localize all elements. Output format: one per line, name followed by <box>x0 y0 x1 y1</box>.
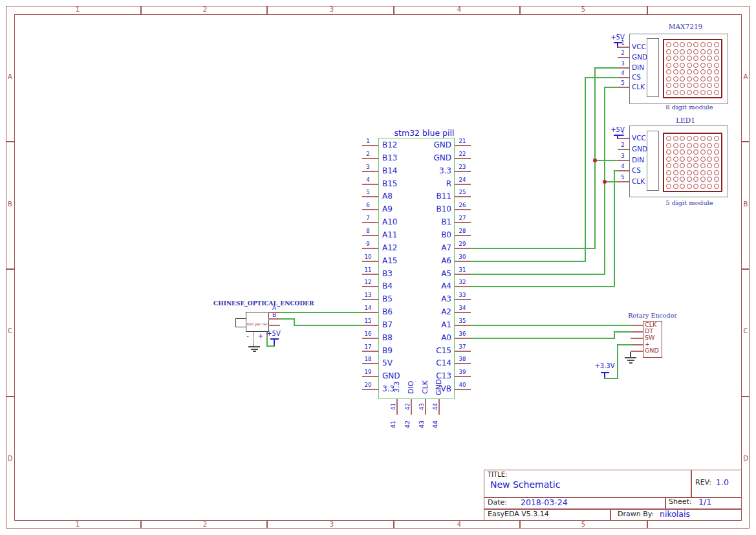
pin-number: 19 <box>360 369 376 375</box>
ruler-row-label: B <box>742 201 750 208</box>
title-label: TITLE: <box>488 472 533 479</box>
led-dot <box>693 149 698 155</box>
date-value[interactable]: 2018-03-24 <box>521 498 585 507</box>
sheet-value[interactable]: 1/1 <box>698 497 718 506</box>
ruler-row-label: C <box>6 328 14 335</box>
pin-number: 40 <box>454 382 471 388</box>
power-flag-3v3-label: +3.3V <box>590 363 620 370</box>
software-version: EasyEDA V5.3.14 <box>488 510 578 518</box>
optical-pin-stub <box>268 325 280 326</box>
led-dot <box>687 63 692 68</box>
led-dot <box>673 163 678 168</box>
led-dot <box>707 184 712 189</box>
drawn-by-value[interactable]: nikolais <box>660 510 711 518</box>
ruler-row-label: D <box>742 455 750 463</box>
schematic-canvas[interactable]: stm32 blue pill MAX7219 8 digit module +… <box>0 0 756 535</box>
pin-name: A3 <box>406 295 451 303</box>
led-dot <box>687 56 692 61</box>
led-dot <box>680 136 685 141</box>
led-dot <box>673 83 678 88</box>
led-dot <box>687 42 692 47</box>
pin-number: 23 <box>454 164 471 170</box>
chip-pin-stub <box>362 274 378 275</box>
led-dot <box>673 170 678 175</box>
led-dot <box>687 170 692 175</box>
led-dot <box>687 90 692 95</box>
led-dot <box>693 49 698 54</box>
net-label: 42 <box>403 417 411 431</box>
pin-name: A6 <box>406 257 451 265</box>
led-dot <box>666 49 671 54</box>
optical-encoder-note: 600 per rev <box>246 323 268 327</box>
led-dot <box>666 143 671 148</box>
pin-name: B10 <box>406 205 451 213</box>
chip-pin-stub <box>362 248 378 249</box>
ruler-tick <box>393 521 394 529</box>
led-dot <box>673 63 678 68</box>
chip-pin-stub <box>362 363 378 364</box>
pin-number: 4 <box>360 177 376 183</box>
led-dot <box>673 157 678 162</box>
pin-number: 41 <box>390 400 396 413</box>
wire-rotary-plus-3v3 <box>617 344 632 345</box>
led-dot <box>700 177 706 182</box>
led-dot <box>707 76 712 82</box>
pin-name: DIN <box>632 64 651 71</box>
led-dot <box>666 177 671 182</box>
pin-number: 25 <box>454 190 471 195</box>
module-pin-stub <box>618 57 629 58</box>
ground-symbol-bar <box>625 357 636 358</box>
pin-number: 4 <box>615 164 631 169</box>
module-ref-led1: LED1 <box>647 117 724 124</box>
led-dot <box>680 63 685 68</box>
pin-name: A1 <box>406 321 451 329</box>
led-dot <box>714 143 719 148</box>
title-block-divider <box>610 508 611 521</box>
led-dot <box>700 76 706 82</box>
pin-name: GND <box>632 54 651 61</box>
pin-number: 3 <box>615 61 631 67</box>
led-dot <box>693 83 698 88</box>
led-dot <box>673 42 678 47</box>
wire-encoder-b <box>279 318 295 320</box>
pin-name: R <box>406 180 451 188</box>
pin-number: 43 <box>418 400 425 413</box>
led-dot <box>714 170 719 175</box>
pin-number: 27 <box>454 215 471 221</box>
pin-name: A2 <box>406 308 451 316</box>
chip-pin-stub <box>455 222 471 223</box>
led-dot <box>693 170 698 175</box>
led-dot <box>666 136 671 141</box>
wire-rotary-dt <box>470 338 615 339</box>
ruler-tick <box>6 396 14 397</box>
ruler-row-label: A <box>6 74 14 81</box>
ground-symbol-bar <box>629 362 632 364</box>
led-dot <box>714 42 719 47</box>
module-pin-stub <box>618 181 629 182</box>
led-dot <box>666 170 671 175</box>
led-dot <box>687 149 692 155</box>
rotary-pin-stub <box>631 325 643 326</box>
led-dot <box>693 184 698 189</box>
pin-name: GND <box>406 154 451 162</box>
led-dot <box>666 56 671 61</box>
optical-minus-label: - <box>244 333 252 340</box>
pin-name: A0 <box>406 334 451 342</box>
led-dot <box>693 157 698 162</box>
rotary-pin-stub <box>631 344 643 345</box>
led-dot <box>687 49 692 54</box>
led-dot <box>693 163 698 168</box>
wire-rotary-clk <box>470 325 632 326</box>
pin-number: 16 <box>360 331 376 337</box>
title-block-divider <box>665 497 666 508</box>
power-flag-5v-label: +5V <box>263 331 285 338</box>
chip-pin-stub <box>455 274 471 275</box>
schematic-title[interactable]: New Schematic <box>490 480 632 490</box>
ruler-col-label: 5 <box>574 6 593 14</box>
chip-pin-stub <box>455 184 471 185</box>
module-pin-stub <box>618 67 629 69</box>
rev-value[interactable]: 1.0 <box>716 478 735 486</box>
pin-number: 35 <box>454 318 471 324</box>
pin-name: B1 <box>406 218 451 226</box>
module-pin-stub <box>618 170 629 171</box>
